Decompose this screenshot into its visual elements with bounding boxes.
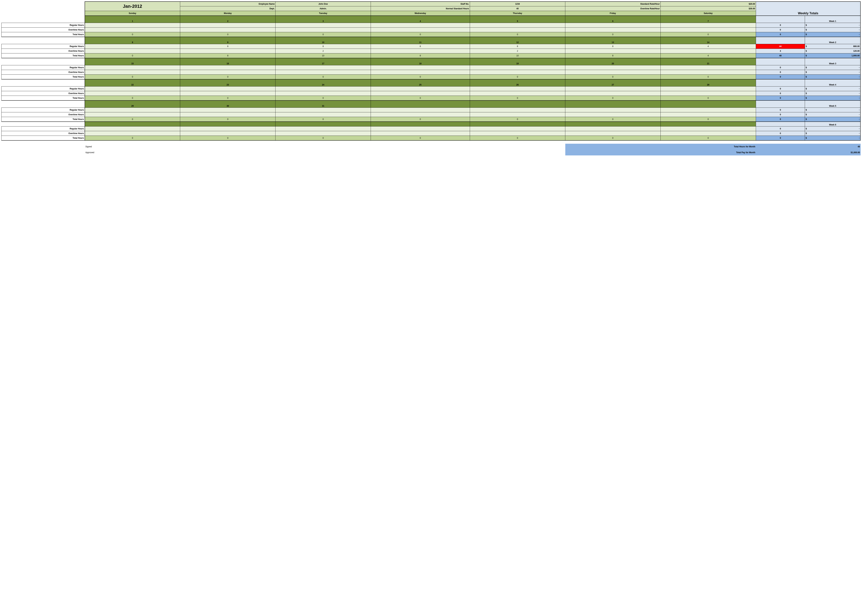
overtime-hours-cell[interactable] (661, 91, 756, 96)
overtime-hours-cell[interactable] (85, 112, 180, 117)
overtime-hours-cell[interactable] (371, 131, 470, 136)
regular-hours-cell[interactable] (180, 126, 275, 131)
overtime-hours-cell[interactable] (275, 131, 371, 136)
stdrate-label: Standard Rate/Hour (565, 2, 661, 6)
overtime-hours-cell[interactable] (180, 131, 275, 136)
overtime-hours-cell[interactable] (661, 28, 756, 32)
overtime-hours-cell[interactable] (371, 91, 470, 96)
week-title: Week 1 (805, 16, 860, 23)
overtime-hours-cell[interactable] (275, 91, 371, 96)
signed-line[interactable] (180, 144, 371, 149)
overtime-hours-cell[interactable] (371, 70, 470, 75)
regular-hours-cell[interactable] (661, 23, 756, 28)
regular-hours-cell[interactable] (470, 126, 565, 131)
regular-hours-cell[interactable] (85, 86, 180, 91)
date-cell: 27 (565, 79, 661, 86)
regular-hours-cell[interactable] (180, 65, 275, 70)
approved-line[interactable] (180, 149, 371, 156)
overtime-hours-cell[interactable] (470, 91, 565, 96)
regular-hours-cell[interactable] (180, 86, 275, 91)
regular-hours-cell[interactable] (275, 23, 371, 28)
overtime-hours-cell[interactable]: 2 (275, 49, 371, 53)
overtime-hours-cell[interactable] (275, 70, 371, 75)
regular-hours-cell[interactable]: 8 (275, 44, 371, 49)
date-cell: 11 (371, 37, 470, 44)
total-hours-label: Total Hours (2, 96, 85, 101)
regular-hours-cell[interactable] (85, 44, 180, 49)
overtime-hours-cell[interactable] (565, 91, 661, 96)
regular-hours-cell[interactable] (470, 86, 565, 91)
regular-hours-cell[interactable]: 8 (565, 44, 661, 49)
overtime-hours-cell[interactable] (85, 70, 180, 75)
regular-hours-cell[interactable] (180, 23, 275, 28)
overtime-hours-cell[interactable] (371, 112, 470, 117)
regular-hours-cell[interactable] (470, 108, 565, 112)
overtime-hours-cell[interactable] (661, 131, 756, 136)
overtime-hours-cell[interactable] (565, 112, 661, 117)
week-total-amount: $- (805, 96, 860, 101)
regular-hours-cell[interactable] (180, 108, 275, 112)
total-hours-cell: 0 (180, 75, 275, 79)
regular-hours-cell[interactable] (661, 126, 756, 131)
regular-hours-cell[interactable] (85, 23, 180, 28)
overtime-hours-cell[interactable] (180, 91, 275, 96)
regular-hours-cell[interactable] (275, 108, 371, 112)
overtime-hours-cell[interactable] (180, 112, 275, 117)
regular-hours-cell[interactable] (371, 65, 470, 70)
overtime-hours-cell[interactable] (470, 131, 565, 136)
date-cell: 28 (661, 79, 756, 86)
regular-hours-cell[interactable] (371, 126, 470, 131)
regular-hours-cell[interactable] (85, 108, 180, 112)
regular-hours-cell[interactable] (470, 23, 565, 28)
overtime-hours-cell[interactable]: 2 (470, 49, 565, 53)
regular-hours-cell[interactable]: 4 (661, 44, 756, 49)
overtime-hours-cell[interactable] (661, 70, 756, 75)
overtime-hours-cell[interactable] (85, 28, 180, 32)
overtime-hours-cell[interactable] (371, 28, 470, 32)
regular-hours-cell[interactable] (275, 86, 371, 91)
regular-hours-cell[interactable] (565, 86, 661, 91)
overtime-hours-cell[interactable] (565, 70, 661, 75)
regular-hours-cell[interactable] (275, 126, 371, 131)
regular-hours-cell[interactable]: 8 (470, 44, 565, 49)
total-hours-cell: 0 (85, 96, 180, 101)
regular-hours-cell[interactable]: 8 (180, 44, 275, 49)
regular-hours-cell[interactable] (371, 86, 470, 91)
overtime-hours-cell[interactable] (661, 49, 756, 53)
regular-hours-cell[interactable] (470, 65, 565, 70)
overtime-hours-cell[interactable] (85, 91, 180, 96)
regular-hours-cell[interactable] (565, 23, 661, 28)
date-cell: 17 (275, 58, 371, 65)
regular-hours-cell[interactable] (371, 23, 470, 28)
week-overtime-total: 0 (756, 112, 805, 117)
overtime-hours-cell[interactable] (180, 70, 275, 75)
overtime-hours-cell[interactable] (565, 131, 661, 136)
overtime-hours-cell[interactable] (275, 28, 371, 32)
overtime-hours-cell[interactable] (85, 49, 180, 53)
regular-hours-cell[interactable] (565, 65, 661, 70)
overtime-hours-cell[interactable] (180, 49, 275, 53)
regular-hours-cell[interactable] (85, 126, 180, 131)
overtime-hours-cell[interactable] (565, 49, 661, 53)
overtime-hours-cell[interactable] (85, 131, 180, 136)
regular-hours-cell[interactable] (661, 65, 756, 70)
overtime-hours-cell[interactable] (470, 112, 565, 117)
overtime-hours-cell[interactable] (470, 70, 565, 75)
overtime-hours-cell[interactable] (371, 49, 470, 53)
regular-hours-cell[interactable] (565, 126, 661, 131)
regular-hours-cell[interactable] (371, 108, 470, 112)
overtime-hours-cell[interactable] (565, 28, 661, 32)
regular-hours-cell[interactable] (565, 108, 661, 112)
total-hours-label: Total Hours (2, 32, 85, 37)
overtime-hours-cell[interactable] (180, 28, 275, 32)
overtime-hours-cell[interactable] (470, 28, 565, 32)
regular-hours-cell[interactable] (661, 86, 756, 91)
week-regular-total: 0 (756, 126, 805, 131)
regular-hours-cell[interactable]: 8 (371, 44, 470, 49)
total-hours-cell: 0 (371, 96, 470, 101)
regular-hours-cell[interactable] (661, 108, 756, 112)
overtime-hours-cell[interactable] (661, 112, 756, 117)
overtime-hours-cell[interactable] (275, 112, 371, 117)
regular-hours-cell[interactable] (275, 65, 371, 70)
regular-hours-cell[interactable] (85, 65, 180, 70)
